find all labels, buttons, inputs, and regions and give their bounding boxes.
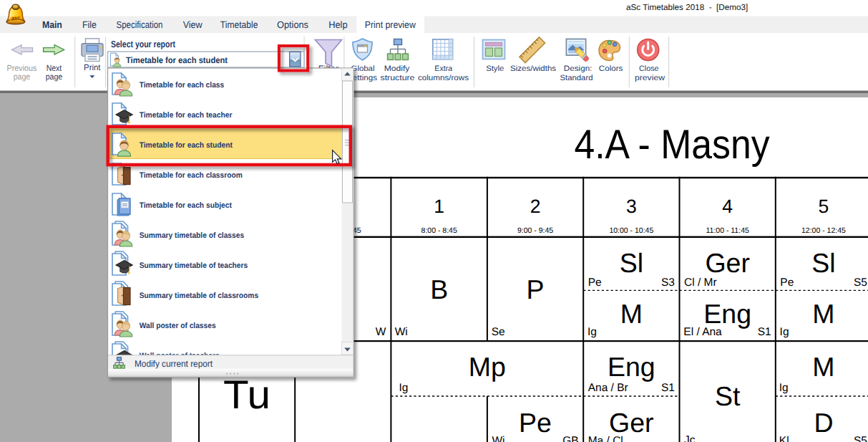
svg-text:page: page (46, 72, 63, 82)
svg-text:Wall poster of classes: Wall poster of classes (140, 322, 216, 330)
svg-text:Ana / Br: Ana / Br (588, 382, 628, 394)
svg-text:asc: asc (11, 14, 21, 21)
svg-text:aSc Timetables 2018 - [Demo3: aSc Timetables 2018 - [Demo3] (626, 3, 748, 12)
svg-text:S3: S3 (661, 277, 675, 289)
svg-text:M: M (620, 299, 643, 329)
svg-text:Tu: Tu (223, 372, 270, 417)
svg-text:3: 3 (626, 196, 637, 217)
svg-text:Close: Close (639, 64, 659, 73)
svg-text:Jc: Jc (684, 434, 696, 442)
svg-text:Sl: Sl (811, 248, 835, 278)
svg-text:8:00 - 8:45: 8:00 - 8:45 (421, 226, 457, 235)
svg-text:Kl: Kl (779, 435, 789, 442)
svg-text:Timetable: Timetable (220, 19, 258, 30)
svg-text:Ger: Ger (609, 408, 654, 438)
svg-text:4: 4 (722, 196, 733, 217)
svg-text:Wi: Wi (492, 435, 504, 442)
svg-text:Modify current report: Modify current report (135, 359, 213, 369)
svg-text:File: File (82, 19, 97, 30)
svg-text:Se: Se (492, 326, 505, 338)
svg-text:Mp: Mp (469, 352, 506, 382)
svg-text:M: M (812, 352, 834, 382)
svg-text:Colors: Colors (599, 64, 623, 73)
svg-text:B: B (430, 274, 448, 304)
svg-text:Timetable for each subject: Timetable for each subject (140, 201, 233, 210)
svg-text:Print preview: Print preview (365, 19, 416, 30)
svg-text:S1: S1 (661, 382, 675, 394)
svg-text:Extra: Extra (434, 64, 452, 73)
svg-text:Sl: Sl (620, 248, 643, 278)
svg-text:Specification: Specification (117, 19, 163, 30)
svg-text:1: 1 (434, 196, 444, 217)
svg-text:S1: S1 (758, 326, 771, 338)
svg-text:12:00 - 12:45: 12:00 - 12:45 (801, 226, 846, 235)
svg-text:W: W (376, 326, 386, 338)
svg-text:Pe: Pe (519, 408, 552, 438)
svg-text:Summary timetable of teachers: Summary timetable of teachers (140, 261, 248, 270)
svg-text:Ma / Cl: Ma / Cl (588, 435, 623, 442)
svg-text:Summary timetable of classroom: Summary timetable of classrooms (140, 292, 258, 300)
svg-text:S5: S5 (854, 435, 867, 442)
svg-text:2: 2 (530, 196, 541, 217)
svg-text:P: P (527, 274, 545, 304)
svg-text:Ger: Ger (705, 248, 750, 278)
svg-text:Ig: Ig (399, 382, 409, 394)
svg-text:columns/rows: columns/rows (418, 74, 469, 82)
svg-text:Style: Style (486, 64, 504, 73)
svg-text:Design:: Design: (564, 64, 593, 73)
svg-text:Print: Print (84, 62, 101, 72)
svg-text:preview: preview (635, 74, 665, 82)
svg-text:Ig: Ig (779, 382, 789, 394)
svg-text:S5: S5 (854, 277, 867, 289)
svg-text:D: D (814, 408, 833, 438)
svg-text:page: page (14, 72, 31, 82)
svg-text:Timetable for each classroom: Timetable for each classroom (140, 171, 243, 180)
svg-text:Cl / Mr: Cl / Mr (684, 277, 717, 289)
svg-text:El / Ana: El / Ana (683, 326, 722, 338)
svg-text:Ig: Ig (587, 326, 597, 338)
svg-text:Timetable for each student: Timetable for each student (140, 141, 233, 150)
svg-text:Summary timetable of classes: Summary timetable of classes (140, 231, 244, 240)
svg-text:Timetable for each class: Timetable for each class (140, 81, 225, 90)
svg-text:Options: Options (277, 19, 308, 30)
svg-text:Sizes/widths: Sizes/widths (510, 64, 557, 73)
svg-text:Help: Help (328, 19, 348, 30)
svg-text:Eng: Eng (703, 299, 751, 329)
svg-text:Global: Global (351, 64, 375, 73)
svg-text:M: M (812, 299, 834, 329)
svg-text:9:00 - 9:45: 9:00 - 9:45 (517, 226, 553, 235)
svg-text:Standard: Standard (560, 74, 593, 82)
svg-text:Ig: Ig (780, 326, 789, 338)
svg-text:10:00 - 10:45: 10:00 - 10:45 (609, 226, 653, 235)
svg-text:11:00 - 11:45: 11:00 - 11:45 (706, 226, 748, 235)
svg-text:Timetable for each teacher: Timetable for each teacher (140, 111, 233, 120)
svg-text:Select your report: Select your report (111, 39, 176, 49)
svg-text:GB: GB (562, 435, 578, 442)
svg-text:Wi: Wi (395, 326, 408, 338)
svg-text:Pe: Pe (780, 277, 794, 289)
svg-text:Timetable for each student: Timetable for each student (126, 55, 228, 65)
svg-text:St: St (715, 381, 741, 411)
svg-text:View: View (183, 19, 203, 30)
svg-text:5: 5 (819, 196, 829, 217)
svg-text:4.A - Masny: 4.A - Masny (575, 122, 770, 168)
svg-text:Main: Main (42, 19, 62, 30)
svg-text:Modify: Modify (384, 64, 410, 73)
svg-text:Pe: Pe (588, 277, 602, 289)
svg-text:structure: structure (381, 74, 415, 82)
svg-text:Eng: Eng (608, 352, 655, 382)
